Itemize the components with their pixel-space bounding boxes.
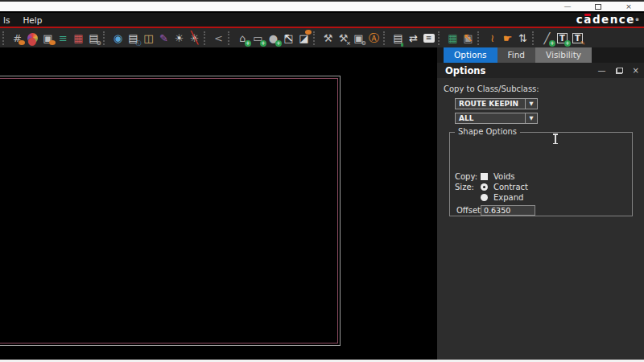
edit-text-icon[interactable]: T✎ [570,31,585,46]
toolbar-separator [383,31,388,45]
uturn-icon[interactable]: ⇅ [515,31,530,46]
voids-label: Voids [493,172,515,181]
cadence-logo: cadence® [576,13,639,27]
voids-checkbox[interactable] [481,173,488,180]
design-parameters-icon[interactable]: ▤⚙ [86,31,101,46]
options-panel-header: Options — × [437,63,644,78]
ncdrill-icon[interactable]: Ⓐ [366,31,382,46]
copy-to-class-label: Copy to Class/Subclass: [444,84,638,93]
move-hand-icon[interactable]: ☛ [500,31,515,46]
menu-bar: ls Help cadence® [0,13,644,27]
size-radio-contract[interactable] [481,183,488,191]
color192-icon[interactable]: ▦ [71,31,86,46]
info-doc-icon[interactable]: ▤ⓘ [126,31,141,46]
add-polygon-icon[interactable]: ⌂+ [235,31,250,46]
drill-customize-icon[interactable]: ⚒× [336,31,351,46]
tab-visibility[interactable]: Visibility [535,47,592,63]
shape-options-group: Shape Options Copy: Voids Size:ContractE… [449,132,633,216]
view-eye-icon[interactable]: ◉ [110,31,126,46]
offset-row: Offset: [455,205,627,216]
toolbar-separator [2,31,7,45]
photoplot-icon[interactable]: ▣⚙ [351,31,366,46]
window-maximize-button[interactable] [583,2,613,11]
size-option-row: Expand [455,192,627,203]
artwork-icon[interactable]: ✎ [156,31,171,46]
size-radio-expand[interactable] [481,194,488,201]
tab-options[interactable]: Options [444,47,497,63]
edit-text-badge: ✎ [580,40,586,47]
toolbar-separator [204,31,208,45]
window-minimize-button[interactable]: — [552,2,583,11]
panel-title: Options [437,65,593,76]
shape-options-title: Shape Options [455,127,520,136]
toolbar-separator [477,31,482,45]
route-keepin-rect [0,78,338,343]
menu-item-tools-partial[interactable]: ls [0,15,16,25]
copy-label: Copy: [455,172,481,181]
reports-icon[interactable]: ▤▖ [390,31,406,46]
measure-icon[interactable]: ◫ [141,31,156,46]
panel-close-button[interactable]: × [628,66,644,75]
select-shape-badge: ↖ [281,31,296,46]
design-parameters-badge: ⚙ [96,40,102,47]
shadow-on-icon[interactable]: ☀ [171,31,187,46]
copy-voids-row: Copy: Voids [455,171,627,182]
size-option-label: Expand [493,193,523,202]
design-canvas[interactable] [0,47,437,360]
text-cursor [555,134,556,143]
shape-fill-icon[interactable]: ◪ [296,31,312,46]
grid-toggle-badge [19,40,25,45]
add-circle-icon[interactable]: ●+ [266,31,281,46]
toolbar-separator [313,31,318,45]
place-component-icon[interactable]: ▣↖ [460,31,476,46]
pcb-board-icon[interactable]: ▦ [445,31,460,46]
window-close-button[interactable]: × [613,2,644,11]
cadence-logo-accent [584,14,591,16]
shape-fill-badge [305,30,312,35]
toolbar-separator [438,31,443,45]
shadow-off-badge: ╲ [187,31,202,46]
panel-minimize-button[interactable]: — [593,66,611,75]
chevron-down-icon: ▼ [525,99,537,109]
menu-item-help[interactable]: Help [16,15,48,25]
tab-find[interactable]: Find [497,47,536,63]
size-option-label: Contract [493,183,528,191]
swap-views-icon[interactable]: ⇄ [406,31,421,46]
select-shape-icon[interactable]: □↖ [281,31,296,46]
size-options: Size:ContractExpand [455,182,627,203]
toolbar-separator [532,31,537,45]
share-icon[interactable]: < [211,31,226,46]
maximize-icon [595,4,601,10]
shape-options-rows: Copy: Voids Size:ContractExpand Offset: [455,171,627,216]
grid-toggle-icon[interactable]: # [10,31,25,46]
chevron-down-icon: ▼ [525,113,537,123]
color-dialog-icon[interactable]: ● [25,31,40,46]
toolbar-separator [103,31,108,45]
class-dropdown[interactable]: ROUTE KEEPIN ▼ [455,98,538,109]
offset-input[interactable] [481,205,535,216]
add-rect-icon[interactable]: ▭+ [250,31,266,46]
subclass-dropdown[interactable]: ALL ▼ [455,113,538,124]
add-text-icon[interactable]: T+ [555,31,570,46]
size-label: Size: [455,183,481,191]
offset-label: Offset: [455,206,481,215]
layer-visibility-icon[interactable]: ▣ [40,31,56,46]
panel-float-icon[interactable] [616,68,623,74]
route-path-icon[interactable]: ≀ [485,31,500,46]
size-option-row: Size:Contract [455,182,627,192]
cross-section-icon[interactable]: ≡ [56,31,71,46]
comment-icon[interactable]: ≡ [421,31,436,46]
shadow-off-icon[interactable]: ☀╲ [187,31,202,46]
main-toolbar: #●▣≡▦▤⚙◉▤ⓘ◫✎☀☀╲<⌂+▭+●+□↖◪⚒⚒×▣⚙Ⓐ▤▖⇄≡▦▣↖≀☛… [0,28,644,47]
toolbar-icons: #●▣≡▦▤⚙◉▤ⓘ◫✎☀☀╲<⌂+▭+●+□↖◪⚒⚒×▣⚙Ⓐ▤▖⇄≡▦▣↖≀☛… [1,31,585,46]
drill-legend-icon[interactable]: ⚒ [320,31,336,46]
add-line-icon[interactable]: ╱+ [539,31,555,46]
application-window: — × ls Help cadence® #●▣≡▦▤⚙◉▤ⓘ◫✎☀☀╲<⌂+▭… [0,0,644,362]
options-dock-panel: OptionsFindVisibility Options — × Copy t… [437,47,644,360]
layer-visibility-badge [49,40,56,45]
panel-tabs: OptionsFindVisibility [437,47,644,63]
window-titlebar: — × [0,0,644,11]
place-component-badge: ↖ [460,31,476,46]
options-panel-body: Copy to Class/Subclass: ROUTE KEEPIN ▼ A… [437,78,644,216]
toolbar-separator [228,31,233,45]
